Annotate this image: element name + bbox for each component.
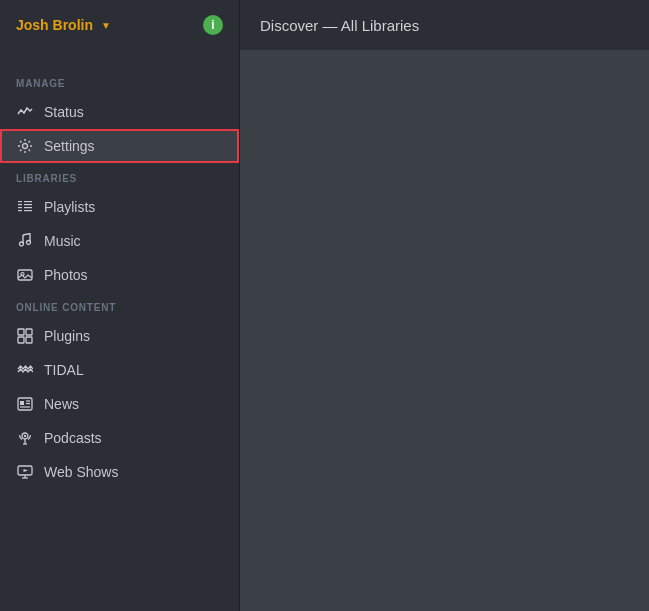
sidebar-item-label-status: Status	[44, 104, 84, 120]
sidebar-section-online-content: ONLINE CONTENT Plugins	[0, 302, 239, 489]
svg-rect-4	[18, 210, 22, 211]
plugins-icon	[16, 327, 34, 345]
sidebar: MANAGE Status Settings	[0, 50, 240, 611]
sidebar-item-webshows[interactable]: Web Shows	[0, 455, 239, 489]
user-name[interactable]: Josh Brolin	[16, 17, 93, 33]
svg-marker-28	[24, 469, 29, 472]
sidebar-item-music[interactable]: Music	[0, 224, 239, 258]
status-icon	[16, 103, 34, 121]
header-right: Discover — All Libraries	[240, 0, 649, 50]
settings-icon	[16, 137, 34, 155]
sidebar-item-tidal[interactable]: TIDAL	[0, 353, 239, 387]
svg-rect-14	[26, 329, 32, 335]
podcasts-icon	[16, 429, 34, 447]
svg-point-9	[20, 242, 24, 246]
sidebar-item-label-photos: Photos	[44, 267, 88, 283]
dropdown-arrow-icon[interactable]: ▼	[101, 20, 111, 31]
svg-rect-15	[18, 337, 24, 343]
svg-rect-8	[24, 210, 32, 211]
sidebar-item-label-plugins: Plugins	[44, 328, 90, 344]
header: Josh Brolin ▼ i Discover — All Libraries	[0, 0, 649, 50]
svg-point-0	[23, 144, 28, 149]
svg-rect-2	[18, 204, 22, 205]
sidebar-item-status[interactable]: Status	[0, 95, 239, 129]
info-icon[interactable]: i	[203, 15, 223, 35]
svg-rect-3	[18, 207, 22, 208]
svg-point-24	[24, 435, 26, 437]
svg-rect-18	[20, 401, 24, 405]
sidebar-item-news[interactable]: News	[0, 387, 239, 421]
sidebar-item-label-podcasts: Podcasts	[44, 430, 102, 446]
page-title: Discover — All Libraries	[260, 17, 419, 34]
sidebar-item-label-news: News	[44, 396, 79, 412]
sidebar-item-label-music: Music	[44, 233, 81, 249]
sidebar-item-label-playlists: Playlists	[44, 199, 95, 215]
sidebar-section-libraries: LIBRARIES Playlists	[0, 173, 239, 292]
sidebar-section-label-manage: MANAGE	[0, 78, 239, 89]
svg-rect-6	[24, 204, 32, 205]
news-icon	[16, 395, 34, 413]
sidebar-item-photos[interactable]: Photos	[0, 258, 239, 292]
svg-rect-5	[24, 201, 32, 202]
sidebar-section-label-libraries: LIBRARIES	[0, 173, 239, 184]
sidebar-section-manage: MANAGE Status Settings	[0, 78, 239, 163]
svg-rect-1	[18, 201, 22, 202]
webshows-icon	[16, 463, 34, 481]
sidebar-item-settings[interactable]: Settings	[0, 129, 239, 163]
sidebar-item-podcasts[interactable]: Podcasts	[0, 421, 239, 455]
svg-point-10	[27, 241, 31, 245]
sidebar-item-label-settings: Settings	[44, 138, 95, 154]
svg-rect-13	[18, 329, 24, 335]
sidebar-item-plugins[interactable]: Plugins	[0, 319, 239, 353]
sidebar-item-label-webshows: Web Shows	[44, 464, 118, 480]
svg-rect-7	[24, 207, 32, 208]
svg-rect-16	[26, 337, 32, 343]
header-left: Josh Brolin ▼ i	[0, 0, 240, 50]
main-layout: MANAGE Status Settings	[0, 50, 649, 611]
photos-icon	[16, 266, 34, 284]
sidebar-section-label-online-content: ONLINE CONTENT	[0, 302, 239, 313]
playlists-icon	[16, 198, 34, 216]
tidal-icon	[16, 361, 34, 379]
music-icon	[16, 232, 34, 250]
sidebar-item-label-tidal: TIDAL	[44, 362, 84, 378]
sidebar-item-playlists[interactable]: Playlists	[0, 190, 239, 224]
main-content	[240, 50, 649, 611]
